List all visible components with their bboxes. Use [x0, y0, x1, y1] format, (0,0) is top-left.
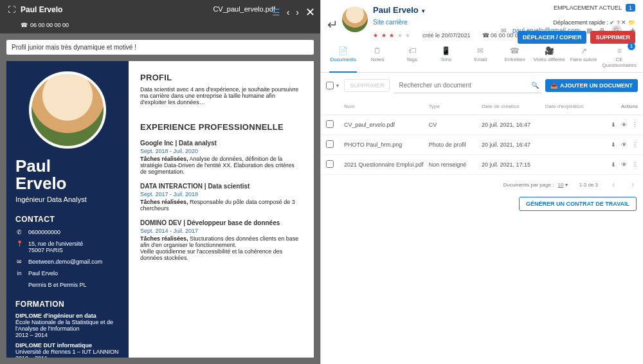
cv-main: PROFIL Data scientist avec 4 ans d'expér…: [129, 61, 314, 358]
table-row[interactable]: 2021 Questionnaire Emploi.pdfNon renseig…: [321, 155, 643, 175]
list-icon[interactable]: ☰: [272, 7, 280, 17]
eye-icon[interactable]: 👁: [621, 141, 627, 148]
delete-button[interactable]: SUPPRIMER: [590, 31, 635, 44]
tab-label: Faire suivre: [570, 57, 597, 62]
job-title: Google Inc | Data analyst: [140, 140, 302, 147]
cv-permis: Permis B et Permis PL: [28, 282, 87, 288]
job-body: Tâches réalisées, Analyse de données, dé…: [140, 156, 302, 175]
more-icon[interactable]: ⋮: [632, 141, 638, 148]
download-icon[interactable]: ⬇: [611, 122, 616, 128]
tab-entretien[interactable]: ☎Entretien: [498, 42, 532, 72]
quickmove-label: Déplacement rapide :: [553, 19, 608, 26]
tab-ce-questionnaires[interactable]: ≡CE Questionnaires1: [601, 42, 638, 72]
col-type[interactable]: Type: [429, 104, 482, 109]
table-row[interactable]: CV_paul_ervelo.pdfCV20 juil. 2021, 16:47…: [321, 115, 643, 135]
cv-formation-heading: FORMATION: [15, 300, 120, 309]
job-body: Tâches réalisées, Responsable du pôle da…: [140, 199, 302, 212]
cv-linkedin: Paul Ervelo: [28, 270, 58, 277]
close-icon[interactable]: ✕: [305, 5, 315, 19]
tab-email[interactable]: ✉Email: [464, 42, 498, 72]
tab-label: Vidéo différée: [534, 57, 565, 62]
eye-icon[interactable]: 👁: [621, 122, 627, 128]
table-header: Nom Type Date de création Date d'expirat…: [321, 98, 643, 115]
prev-icon[interactable]: ‹: [287, 7, 290, 17]
more-icon[interactable]: ⋮: [632, 161, 638, 168]
next-page-icon[interactable]: ›: [629, 180, 637, 189]
row-checkbox[interactable]: [326, 140, 334, 148]
tab-icon: 📱: [430, 46, 462, 55]
tab-label: Tags: [406, 57, 417, 62]
select-all-checkbox[interactable]: [326, 82, 334, 89]
prev-page-icon[interactable]: ‹: [610, 180, 617, 189]
cv-phone: 0600000000: [28, 229, 60, 235]
tab-sms[interactable]: 📱Sms: [429, 42, 463, 72]
eye-icon[interactable]: 👁: [621, 161, 627, 168]
cell-created: 20 juil. 2021, 16:47: [482, 122, 545, 128]
search-input[interactable]: [396, 79, 531, 91]
cv-contact-heading: CONTACT: [15, 215, 120, 224]
expand-icon[interactable]: ⛶: [8, 5, 15, 14]
phone-icon: ☎: [21, 22, 28, 28]
job-body: Tâches réalisées, Stucturations des donn…: [140, 235, 302, 261]
table-row[interactable]: PHOTO Paul_hrm.pngPhoto de profil20 juil…: [321, 135, 643, 155]
cv-viewer-panel: ⛶ Paul Ervelo ☎06 00 00 00 00 CV_paul_er…: [0, 0, 320, 364]
chevron-down-icon[interactable]: ▾: [422, 8, 425, 14]
location-badge[interactable]: 1: [626, 4, 635, 12]
row-checkbox[interactable]: [326, 120, 334, 128]
cv-email: Beetween.demo@gmail.com: [28, 259, 102, 265]
candidate-note[interactable]: Profil junior mais très dynamique et mot…: [6, 40, 314, 55]
cv-first: Paul: [15, 156, 51, 176]
add-document-button[interactable]: 📤AJOUTER UN DOCUMENT: [545, 79, 638, 92]
cv-document: PaulErvelo Ingénieur Data Analyst CONTAC…: [6, 61, 314, 358]
cell-type: CV: [429, 122, 482, 128]
cv-profil-text: Data scientist avec 4 ans d'expérience, …: [140, 86, 302, 105]
cv-sidebar: PaulErvelo Ingénieur Data Analyst CONTAC…: [6, 61, 129, 358]
question-icon[interactable]: ?: [617, 19, 620, 26]
job-dates: Sept. 2014 - Juil. 2017: [140, 228, 302, 234]
move-copy-button[interactable]: DÉPLACER / COPIER: [518, 31, 587, 44]
col-actions: Actions: [598, 104, 638, 109]
tab-faire-suivre[interactable]: ↗Faire suivre: [566, 42, 601, 72]
cell-created: 20 juil. 2021, 17:15: [482, 161, 545, 168]
tab-icon: ☎: [499, 46, 530, 55]
tab-label: Entretien: [505, 57, 525, 62]
location-label: EMPLACEMENT ACTUEL: [554, 5, 622, 11]
tab-badge: 1: [628, 42, 635, 50]
x-icon[interactable]: ✕: [621, 19, 626, 26]
phone-icon: ☎: [482, 32, 489, 39]
cv-avatar: [29, 71, 106, 149]
cv-exp-heading: EXPERIENCE PROFESSIONNELLE: [140, 122, 302, 132]
per-page-select[interactable]: 10 ▾: [558, 182, 568, 188]
cv-last: Ervelo: [15, 174, 67, 193]
search-icon[interactable]: 🔍: [531, 82, 539, 89]
tab-documents[interactable]: 📄Documents: [326, 42, 360, 72]
avatar[interactable]: [342, 6, 368, 32]
col-name[interactable]: Nom: [344, 104, 429, 109]
tab-icon: ↗: [568, 46, 599, 55]
tab-tags[interactable]: 🏷Tags: [395, 42, 429, 72]
more-icon[interactable]: ⋮: [632, 122, 638, 128]
generate-contract-button[interactable]: GÉNÉRER UN CONTRAT DE TRAVAIL: [519, 197, 637, 211]
col-expiry[interactable]: Date d'expiration: [545, 104, 598, 109]
rating-stars[interactable]: ★ ★ ★ ★ ★: [373, 32, 411, 39]
chevron-down-icon[interactable]: ▼: [335, 83, 340, 89]
tab-label: Email: [474, 57, 487, 62]
folder-icon[interactable]: 📁: [628, 19, 635, 26]
next-icon[interactable]: ›: [296, 7, 299, 17]
tab-icon: ✉: [465, 46, 496, 55]
download-icon[interactable]: ⬇: [611, 141, 616, 148]
phone-icon: ✆: [15, 229, 23, 235]
cell-name: 2021 Questionnaire Emploi.pdf: [344, 161, 429, 168]
check-icon[interactable]: ✔: [610, 19, 615, 26]
pin-icon: 📍: [15, 241, 23, 253]
tab-vidéo-différée[interactable]: 🎥Vidéo différée: [532, 42, 566, 72]
cv-diplome-2: DIPLOME DUT informatiqueUniversité de Re…: [15, 342, 120, 358]
row-checkbox[interactable]: [326, 160, 334, 168]
cv-role: Ingénieur Data Analyst: [15, 196, 120, 203]
tab-notes[interactable]: 🗒Notes: [360, 42, 394, 72]
delete-selected-button[interactable]: SUPPRIMER: [344, 79, 390, 92]
download-icon[interactable]: ⬇: [611, 161, 616, 168]
col-created[interactable]: Date de création: [482, 104, 545, 109]
candidate-name[interactable]: Paul Ervelo: [373, 5, 419, 15]
back-icon[interactable]: ↵: [326, 5, 342, 39]
